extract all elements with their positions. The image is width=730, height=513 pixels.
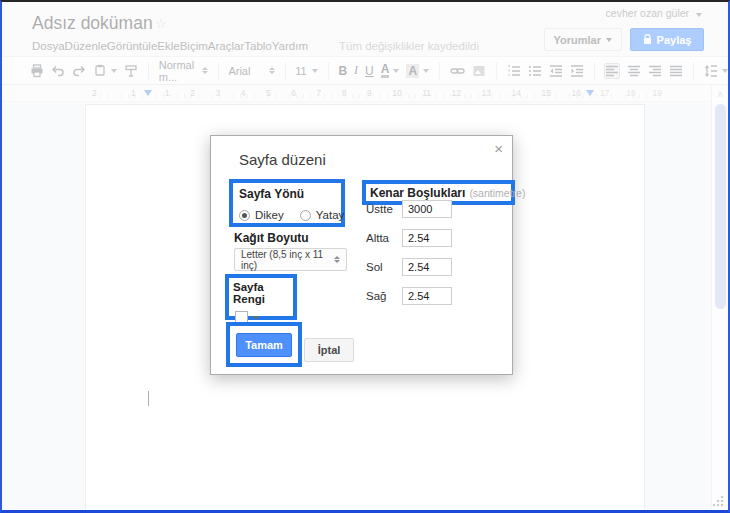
- radio-landscape[interactable]: Yatay: [300, 209, 345, 221]
- margin-field-row: Altta: [366, 229, 452, 247]
- margins-unit: (santimetre): [469, 187, 525, 199]
- margin-field-label: Altta: [366, 232, 402, 244]
- orientation-options: Dikey Yatay: [239, 209, 335, 221]
- margin-field-input[interactable]: [402, 229, 452, 247]
- margin-field-input[interactable]: [402, 287, 452, 305]
- radio-portrait[interactable]: Dikey: [239, 209, 284, 221]
- margin-field-input[interactable]: [402, 200, 452, 218]
- cancel-button[interactable]: İptal: [304, 338, 354, 362]
- radio-unselected-icon: [300, 210, 311, 221]
- margin-field-label: Üstte: [366, 203, 402, 215]
- chevron-down-icon: [253, 316, 259, 320]
- radio-selected-icon: [239, 210, 250, 221]
- orientation-annotation-box: Sayfa Yönü Dikey Yatay: [229, 179, 345, 227]
- margin-field-label: Sağ: [366, 290, 402, 302]
- paper-size-label: Kağıt Boyutu: [234, 231, 309, 245]
- margin-field-label: Sol: [366, 261, 402, 273]
- page-setup-dialog: × Sayfa düzeni Sayfa Yönü Dikey Yatay Ka…: [210, 135, 513, 375]
- resize-grip-icon[interactable]: [712, 495, 724, 507]
- orientation-label: Sayfa Yönü: [239, 187, 335, 201]
- dialog-title: Sayfa düzeni: [239, 151, 326, 168]
- radio-label: Dikey: [255, 209, 284, 221]
- paper-size-value: Letter (8,5 inç x 11 inç): [241, 249, 334, 271]
- paper-size-dropdown[interactable]: Letter (8,5 inç x 11 inç): [234, 248, 347, 271]
- margin-field-row: Üstte: [366, 200, 452, 218]
- ok-button[interactable]: Tamam: [236, 333, 292, 357]
- page-color-label: Sayfa Rengi: [233, 281, 289, 305]
- margin-field-row: Sağ: [366, 287, 452, 305]
- radio-label: Yatay: [316, 209, 345, 221]
- margin-field-input[interactable]: [402, 258, 452, 276]
- margins-label: Kenar Boşlukları: [370, 186, 465, 200]
- close-icon[interactable]: ×: [494, 141, 503, 156]
- margin-fields: Üstte Altta Sol Sağ: [366, 200, 452, 316]
- updown-icon: [334, 256, 340, 263]
- margin-field-row: Sol: [366, 258, 452, 276]
- google-docs-window: cevher ozan güler Adsız doküman ☆ DosyaD…: [0, 0, 730, 513]
- ok-annotation-box: Tamam: [226, 322, 302, 367]
- page-color-annotation-box: Sayfa Rengi: [225, 274, 297, 320]
